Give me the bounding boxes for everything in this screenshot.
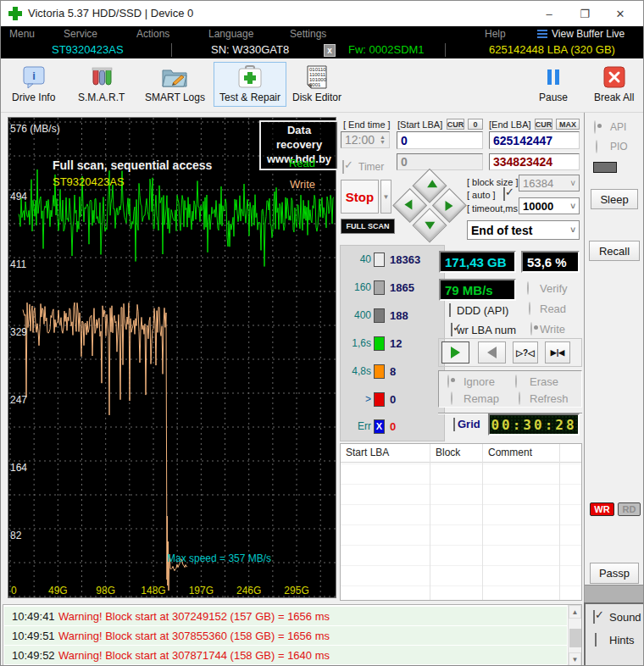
drive-firmware: Fw: 0002SDM1 [348, 43, 425, 56]
svg-text:411: 411 [10, 258, 26, 270]
auto-checkbox[interactable] [503, 187, 505, 201]
test-repair-label: Test & Repair [219, 92, 280, 103]
refresh-radio[interactable] [519, 391, 520, 405]
read-radio[interactable] [529, 302, 530, 315]
svg-text:0: 0 [11, 585, 17, 597]
menu-item-help[interactable]: Help [485, 28, 506, 40]
log-row[interactable]: 10:49:52 Warning! Block start at 3078717… [4, 646, 567, 664]
end-of-test-combo[interactable]: End of test˅ [467, 220, 580, 240]
scroll-up-icon[interactable]: ▲ [569, 605, 581, 619]
pio-radio[interactable] [596, 140, 597, 153]
col-start-lba[interactable]: Start LBA [346, 447, 389, 458]
end-lba-max-button[interactable]: MAX [556, 119, 580, 130]
break-all-button[interactable]: Break All [588, 62, 640, 107]
play-back-button[interactable] [478, 341, 506, 364]
hints-checkbox[interactable] [595, 633, 597, 647]
log-scrollbar[interactable]: ▲ ▼ [568, 605, 581, 666]
info-bubble-icon: i [21, 65, 47, 89]
start-lba-cur-button[interactable]: CUR [447, 119, 464, 130]
right-arrow-icon [445, 201, 452, 211]
view-buffer-live[interactable]: View Buffer Live [552, 28, 625, 40]
play-forward-button[interactable] [441, 341, 469, 364]
smart-logs-button[interactable]: SMART Logs [139, 62, 211, 107]
remap-label: Remap [464, 392, 499, 405]
watermark-line1: Data recovery [267, 124, 331, 153]
menu-item-actions[interactable]: Actions [136, 28, 169, 40]
menu-item-menu[interactable]: Menu [9, 28, 35, 40]
wr-lba-checkbox[interactable] [451, 323, 452, 336]
recall-button[interactable]: Recall [589, 241, 640, 261]
col-block[interactable]: Block [436, 447, 460, 458]
defect-table[interactable]: Start LBA Block Comment [340, 443, 582, 601]
verify-radio[interactable] [527, 281, 529, 295]
hist-block [374, 253, 385, 267]
activity-led [593, 162, 617, 173]
stop-button[interactable]: Stop [341, 180, 379, 214]
hist-row: 1601865 [341, 278, 444, 297]
window-title: Victoria 5.37 HDD/SSD | Device 0 [28, 7, 193, 19]
log-row[interactable]: 10:49:51 Warning! Block start at 3078553… [4, 626, 567, 645]
victoria-window: Victoria 5.37 HDD/SSD | Device 0 – ❐ ✕ M… [0, 0, 644, 666]
sound-checkbox[interactable] [593, 610, 595, 624]
jump-end-button[interactable]: ▶|◀ [545, 341, 570, 364]
menu-item-language[interactable]: Language [208, 28, 253, 40]
scrollbar-thumb[interactable] [569, 629, 581, 647]
disk-editor-label: Disk Editor [292, 92, 341, 103]
remap-radio[interactable] [451, 391, 452, 405]
grid-checkbox[interactable] [453, 418, 455, 431]
block-size-combo[interactable]: 16384˅ [519, 175, 580, 191]
maximize-button[interactable]: ❐ [570, 1, 599, 26]
disk-editor-button[interactable]: 010110 110011 101000 0001 Disk Editor [286, 62, 347, 107]
ignore-label: Ignore [464, 375, 495, 388]
close-button[interactable]: ✕ [606, 1, 635, 26]
erase-radio[interactable] [515, 375, 517, 388]
write-radio[interactable] [530, 322, 532, 336]
svg-text:148G: 148G [141, 585, 165, 597]
start-lba-input[interactable]: 0 [397, 131, 483, 149]
sleep-button[interactable]: Sleep [591, 189, 638, 209]
event-log[interactable]: 10:49:41 Warning! Block start at 3072491… [3, 604, 582, 666]
jump-question-button[interactable]: ▷?◁ [513, 341, 538, 364]
end-lba-input[interactable]: 625142447 [489, 131, 580, 149]
refresh-label: Refresh [530, 392, 569, 405]
api-label: API [610, 121, 626, 133]
full-scan-button[interactable]: FULL SCAN [341, 219, 395, 234]
first-aid-icon [237, 65, 263, 89]
minimize-button[interactable]: – [535, 1, 564, 26]
end-lba-secondary: 334823424 [489, 153, 580, 170]
erase-label: Erase [530, 375, 558, 388]
timer-checkbox[interactable] [342, 160, 344, 174]
col-comment[interactable]: Comment [488, 447, 532, 458]
drive-model[interactable]: ST9320423AS [52, 43, 124, 56]
passp-button[interactable]: Passp [590, 563, 639, 584]
log-row[interactable]: 10:49:41 Warning! Block start at 3072491… [4, 607, 567, 625]
scroll-down-icon[interactable]: ▼ [569, 652, 581, 666]
spinner-arrows-icon[interactable]: ▲▼ [380, 135, 386, 146]
smart-button[interactable]: S.M.A.R.T [72, 62, 130, 107]
end-lba-cur-button[interactable]: CUR [535, 119, 552, 130]
drive-close-button[interactable]: x [324, 44, 336, 57]
drive-info-button[interactable]: i Drive Info [6, 62, 61, 107]
list-icon [537, 30, 547, 38]
speed-graph: 576 (MB/s)49441132924716482049G98G148G19… [8, 117, 336, 598]
test-repair-button[interactable]: Test & Repair [214, 62, 286, 107]
menu-item-settings[interactable]: Settings [290, 28, 326, 40]
svg-text:197G: 197G [189, 585, 214, 597]
api-radio[interactable] [594, 120, 596, 134]
end-time-spinner[interactable]: 12:00 ▲▼ [341, 131, 390, 148]
seek-pad [391, 169, 469, 246]
pause-button[interactable]: Pause [533, 62, 574, 107]
pause-label: Pause [539, 92, 568, 103]
ddd-checkbox[interactable] [449, 303, 451, 317]
ignore-radio[interactable] [447, 375, 449, 388]
menu-item-service[interactable]: Service [64, 28, 97, 40]
ddd-label: DDD (API) [457, 304, 508, 317]
chevron-down-icon: ˅ [570, 225, 575, 235]
timeout-combo[interactable]: 10000˅ [519, 197, 580, 214]
menu-bar: Menu Service Actions Language Settings H… [1, 26, 643, 42]
svg-text:494: 494 [10, 191, 27, 203]
stop-dropdown-button[interactable]: ▼ [380, 180, 391, 214]
start-lba-zero-button[interactable]: 0 [468, 119, 483, 130]
chevron-down-icon: ˅ [570, 179, 575, 188]
graph-model-label: ST9320423AS [53, 175, 125, 188]
